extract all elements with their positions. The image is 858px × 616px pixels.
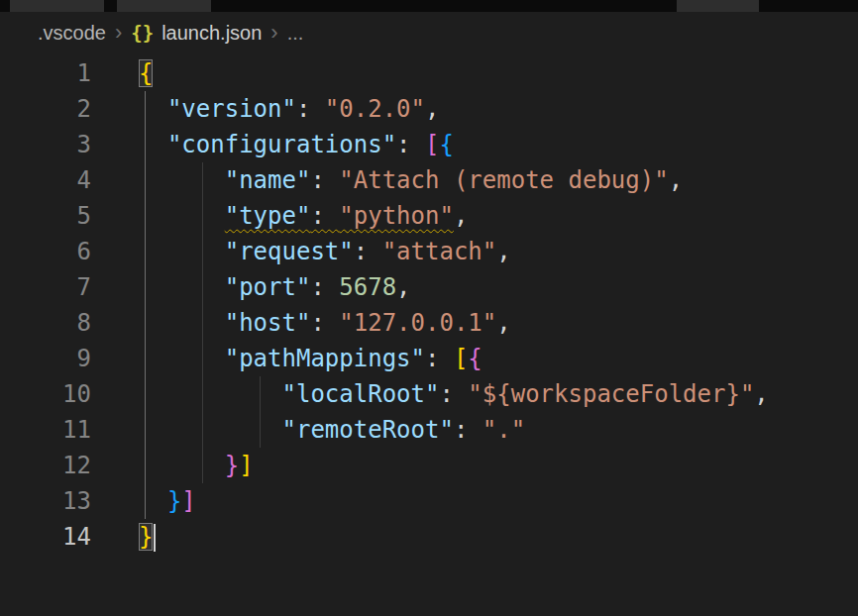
indent-guide bbox=[145, 412, 146, 448]
line-number[interactable]: 4 bbox=[0, 162, 91, 198]
indent-guide bbox=[202, 412, 203, 448]
editor-line[interactable]: 13 }] bbox=[0, 483, 858, 519]
code-token bbox=[139, 452, 225, 479]
code-content[interactable]: "configurations": [{ bbox=[139, 127, 858, 162]
code-content[interactable]: }] bbox=[139, 448, 858, 483]
line-number[interactable]: 7 bbox=[0, 269, 91, 305]
code-content[interactable]: "remoteRoot": "." bbox=[139, 412, 858, 448]
code-token: "remoteRoot" bbox=[282, 416, 454, 444]
indent-guide bbox=[202, 376, 203, 412]
code-content[interactable]: { bbox=[139, 55, 858, 91]
line-number[interactable]: 8 bbox=[0, 305, 91, 341]
editor-line[interactable]: 10 "localRoot": "${workspaceFolder}", bbox=[0, 376, 858, 412]
editor-line[interactable]: 4 "name": "Attach (remote debug)", bbox=[0, 162, 858, 198]
code-token bbox=[139, 202, 225, 230]
editor-line[interactable]: 3 "configurations": [{ bbox=[0, 127, 858, 162]
editor-line[interactable]: 1{ bbox=[0, 55, 858, 91]
line-number[interactable]: 9 bbox=[0, 341, 91, 376]
code-token: : bbox=[425, 345, 454, 372]
code-content[interactable]: }] bbox=[139, 483, 858, 519]
code-token: } bbox=[225, 452, 239, 479]
code-content[interactable]: "host": "127.0.0.1", bbox=[139, 305, 858, 341]
code-token: , bbox=[754, 380, 768, 408]
tab-remnant bbox=[10, 0, 104, 12]
indent-guide bbox=[202, 448, 203, 483]
code-token: "Attach (remote debug)" bbox=[339, 166, 668, 194]
indent-guide bbox=[202, 198, 203, 234]
code-token: "host" bbox=[225, 309, 311, 337]
code-token: , bbox=[454, 202, 468, 230]
code-content[interactable]: } bbox=[139, 519, 858, 555]
indent-guide bbox=[145, 305, 146, 341]
line-number[interactable]: 10 bbox=[0, 376, 91, 412]
code-token bbox=[139, 380, 282, 408]
code-token: } bbox=[139, 523, 153, 551]
editor[interactable]: 1{2 "version": "0.2.0",3 "configurations… bbox=[0, 53, 858, 555]
indent-guide bbox=[202, 269, 203, 305]
breadcrumb-file[interactable]: launch.json bbox=[161, 22, 262, 45]
breadcrumb-more[interactable]: ... bbox=[287, 22, 304, 45]
json-file-icon: {} bbox=[131, 22, 161, 44]
code-token: } bbox=[167, 487, 181, 515]
line-number[interactable]: 3 bbox=[0, 127, 91, 162]
breadcrumb-folder[interactable]: .vscode bbox=[38, 22, 106, 45]
code-content[interactable]: "version": "0.2.0", bbox=[139, 91, 858, 127]
code-token: "attach" bbox=[382, 238, 497, 265]
editor-line[interactable]: 6 "request": "attach", bbox=[0, 234, 858, 269]
line-number[interactable]: 1 bbox=[0, 55, 91, 91]
code-token bbox=[139, 309, 225, 337]
line-number[interactable]: 13 bbox=[0, 483, 91, 519]
indent-guide bbox=[145, 376, 146, 412]
code-token: : bbox=[296, 95, 325, 123]
breadcrumb: .vscode › {} launch.json › ... bbox=[0, 12, 858, 53]
indent-guide bbox=[145, 91, 146, 127]
code-token: "localRoot" bbox=[282, 380, 440, 408]
chevron-right-icon: › bbox=[262, 20, 286, 46]
code-content[interactable]: "localRoot": "${workspaceFolder}", bbox=[139, 376, 858, 412]
indent-guide bbox=[202, 234, 203, 269]
code-token: : bbox=[354, 238, 382, 265]
text-cursor bbox=[154, 524, 156, 552]
code-token: : bbox=[310, 202, 339, 230]
indent-guide bbox=[145, 269, 146, 305]
editor-line[interactable]: 11 "remoteRoot": "." bbox=[0, 412, 858, 448]
code-content[interactable]: "pathMappings": [{ bbox=[139, 341, 858, 376]
code-token: : bbox=[310, 309, 339, 337]
editor-line[interactable]: 9 "pathMappings": [{ bbox=[0, 341, 858, 376]
code-token: : bbox=[454, 416, 483, 444]
line-number[interactable]: 2 bbox=[0, 91, 91, 127]
code-content[interactable]: "name": "Attach (remote debug)", bbox=[139, 162, 858, 198]
editor-line[interactable]: 7 "port": 5678, bbox=[0, 269, 858, 305]
editor-line[interactable]: 12 }] bbox=[0, 448, 858, 483]
code-content[interactable]: "request": "attach", bbox=[139, 234, 858, 269]
indent-guide bbox=[145, 234, 146, 269]
code-token: { bbox=[139, 59, 153, 87]
code-token: "python" bbox=[339, 202, 454, 230]
code-token: "127.0.0.1" bbox=[339, 309, 496, 337]
code-token: , bbox=[496, 238, 510, 265]
code-token bbox=[139, 238, 225, 265]
line-number[interactable]: 14 bbox=[0, 519, 91, 555]
code-content[interactable]: "type": "python", bbox=[139, 198, 858, 234]
code-token: : bbox=[310, 166, 339, 194]
line-number[interactable]: 12 bbox=[0, 448, 91, 483]
editor-line[interactable]: 14} bbox=[0, 519, 858, 555]
code-token: "pathMappings" bbox=[225, 345, 425, 372]
editor-line[interactable]: 8 "host": "127.0.0.1", bbox=[0, 305, 858, 341]
code-token bbox=[139, 166, 225, 194]
editor-line[interactable]: 2 "version": "0.2.0", bbox=[0, 91, 858, 127]
line-number[interactable]: 6 bbox=[0, 234, 91, 269]
code-token: "port" bbox=[225, 273, 311, 301]
code-token: , bbox=[496, 309, 510, 337]
indent-guide bbox=[260, 412, 261, 448]
code-token: "name" bbox=[225, 166, 311, 194]
indent-guide bbox=[145, 448, 146, 483]
line-number[interactable]: 5 bbox=[0, 198, 91, 234]
editor-line[interactable]: 5 "type": "python", bbox=[0, 198, 858, 234]
tab-remnant bbox=[117, 0, 211, 12]
code-token: "." bbox=[483, 416, 525, 444]
code-token: ] bbox=[181, 487, 195, 515]
code-token bbox=[139, 487, 167, 515]
line-number[interactable]: 11 bbox=[0, 412, 91, 448]
code-content[interactable]: "port": 5678, bbox=[139, 269, 858, 305]
